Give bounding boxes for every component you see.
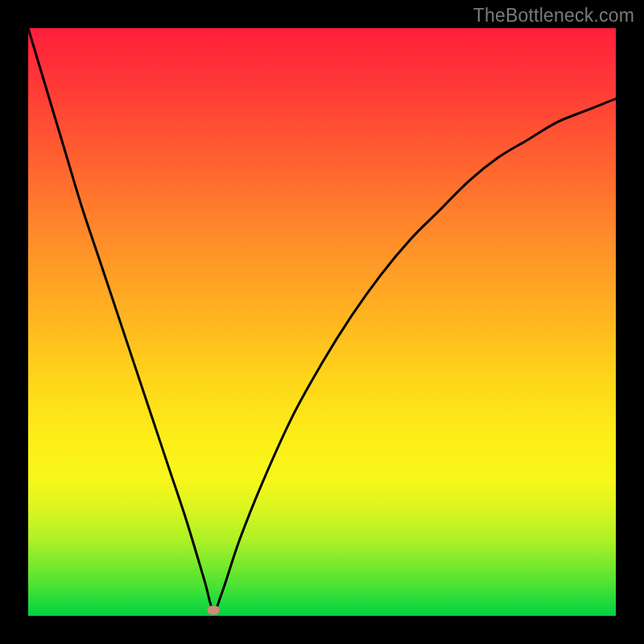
chart-frame: TheBottleneck.com — [0, 0, 644, 644]
curve-svg — [28, 28, 616, 616]
watermark-text: TheBottleneck.com — [473, 5, 634, 27]
plot-area — [28, 28, 616, 616]
bottleneck-curve — [28, 28, 616, 610]
minimum-marker — [207, 605, 220, 614]
